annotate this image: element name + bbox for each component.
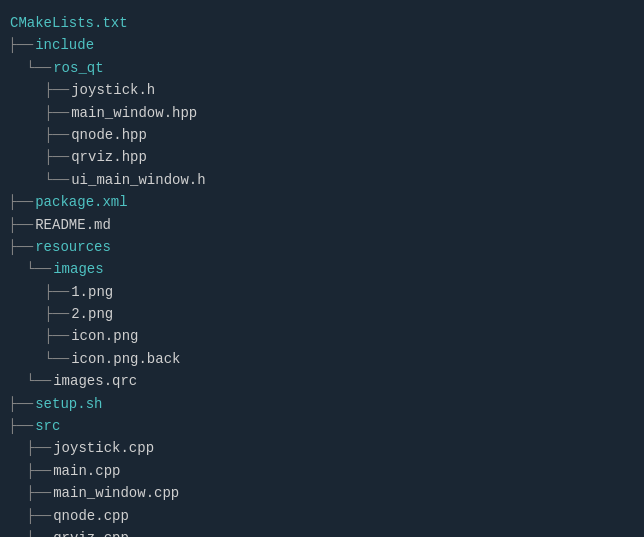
file-name: README.md — [35, 214, 111, 236]
list-item: ├── qrviz.hpp — [8, 146, 636, 168]
file-name: qnode.hpp — [71, 124, 147, 146]
file-name: package.xml — [35, 191, 127, 213]
list-item: ├── include — [8, 34, 636, 56]
file-name: include — [35, 34, 94, 56]
tree-connector: ├── — [8, 415, 33, 437]
tree-connector: ├── — [44, 303, 69, 325]
file-name: main_window.hpp — [71, 102, 197, 124]
list-item: └── images.qrc — [8, 370, 636, 392]
tree-connector: ├── — [44, 102, 69, 124]
file-name: main_window.cpp — [53, 482, 179, 504]
list-item: └── icon.png.back — [8, 348, 636, 370]
list-item: ├── joystick.cpp — [8, 437, 636, 459]
tree-connector: ├── — [26, 505, 51, 527]
list-item: └── ros_qt — [8, 57, 636, 79]
tree-connector: ├── — [44, 124, 69, 146]
file-name: joystick.cpp — [53, 437, 154, 459]
tree-connector: └── — [44, 348, 69, 370]
file-tree: CMakeLists.txt├── include└── ros_qt├── j… — [0, 8, 644, 537]
file-name: qnode.cpp — [53, 505, 129, 527]
tree-connector: ├── — [8, 34, 33, 56]
file-name: CMakeLists.txt — [10, 12, 128, 34]
list-item: └── qrviz.cpp — [8, 527, 636, 537]
tree-connector: └── — [26, 258, 51, 280]
tree-connector: ├── — [44, 79, 69, 101]
tree-connector: ├── — [26, 437, 51, 459]
list-item: ├── 2.png — [8, 303, 636, 325]
file-name: icon.png.back — [71, 348, 180, 370]
tree-connector: ├── — [44, 146, 69, 168]
list-item: ├── README.md — [8, 214, 636, 236]
tree-connector: ├── — [26, 482, 51, 504]
tree-connector: └── — [26, 370, 51, 392]
tree-connector: ├── — [8, 236, 33, 258]
tree-connector: ├── — [8, 191, 33, 213]
list-item: CMakeLists.txt — [8, 12, 636, 34]
list-item: ├── qnode.hpp — [8, 124, 636, 146]
file-name: qrviz.cpp — [53, 527, 129, 537]
file-name: icon.png — [71, 325, 138, 347]
tree-connector: └── — [44, 169, 69, 191]
list-item: ├── main.cpp — [8, 460, 636, 482]
list-item: ├── src — [8, 415, 636, 437]
tree-connector: ├── — [44, 281, 69, 303]
tree-connector: └── — [26, 57, 51, 79]
tree-connector: ├── — [8, 393, 33, 415]
list-item: ├── package.xml — [8, 191, 636, 213]
file-name: 1.png — [71, 281, 113, 303]
file-name: main.cpp — [53, 460, 120, 482]
list-item: ├── qnode.cpp — [8, 505, 636, 527]
tree-connector: ├── — [8, 214, 33, 236]
tree-connector: ├── — [26, 460, 51, 482]
file-name: src — [35, 415, 60, 437]
list-item: ├── joystick.h — [8, 79, 636, 101]
file-name: images — [53, 258, 103, 280]
list-item: └── ui_main_window.h — [8, 169, 636, 191]
file-name: 2.png — [71, 303, 113, 325]
list-item: ├── icon.png — [8, 325, 636, 347]
list-item: ├── main_window.cpp — [8, 482, 636, 504]
list-item: ├── main_window.hpp — [8, 102, 636, 124]
list-item: ├── 1.png — [8, 281, 636, 303]
tree-connector: └── — [26, 527, 51, 537]
list-item: └── images — [8, 258, 636, 280]
file-name: ui_main_window.h — [71, 169, 205, 191]
file-name: setup.sh — [35, 393, 102, 415]
list-item: ├── setup.sh — [8, 393, 636, 415]
tree-connector: ├── — [44, 325, 69, 347]
file-name: ros_qt — [53, 57, 103, 79]
file-name: images.qrc — [53, 370, 137, 392]
list-item: ├── resources — [8, 236, 636, 258]
file-name: qrviz.hpp — [71, 146, 147, 168]
file-name: joystick.h — [71, 79, 155, 101]
file-name: resources — [35, 236, 111, 258]
